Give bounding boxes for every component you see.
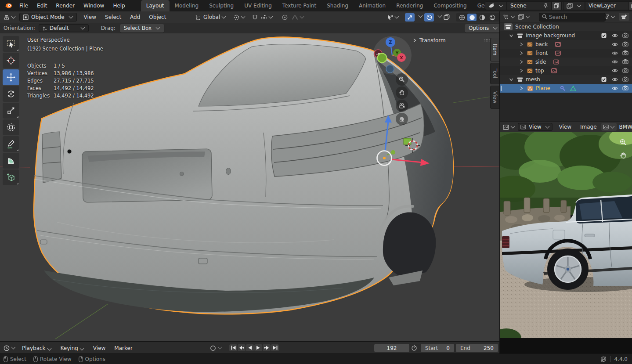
gizmos-dropdown[interactable] xyxy=(419,14,423,18)
object-visibility-dropdown[interactable] xyxy=(387,14,399,20)
drag-mode-dropdown[interactable]: Select Box xyxy=(120,24,164,32)
image-editor-mode-dropdown[interactable]: View xyxy=(518,123,553,131)
proportional-falloff-dropdown[interactable] xyxy=(292,15,304,20)
menu-help[interactable]: Help xyxy=(108,3,129,9)
jump-to-start-button[interactable] xyxy=(229,344,237,351)
outliner-display-mode-dropdown[interactable] xyxy=(518,14,530,20)
drag-orientation-dropdown[interactable]: Default xyxy=(39,24,89,32)
outliner-row-plane[interactable]: Plane xyxy=(500,84,632,93)
chevron-right-icon[interactable] xyxy=(520,51,523,55)
tool-box-select[interactable] xyxy=(3,36,19,52)
sidebar-tab-view[interactable]: View xyxy=(490,86,499,109)
sidebar-tab-item[interactable]: Item xyxy=(490,38,499,61)
chevron-down-icon[interactable] xyxy=(509,34,513,37)
tool-rotate[interactable] xyxy=(3,86,19,102)
current-frame-field[interactable]: 192 xyxy=(374,344,409,352)
sidebar-transform-panel[interactable]: Transform xyxy=(413,36,490,45)
tab-compositing[interactable]: Compositing xyxy=(428,0,472,11)
sidebar-tab-tool[interactable]: Tool xyxy=(490,63,499,84)
menu-window[interactable]: Window xyxy=(79,3,108,9)
blender-logo-icon[interactable] xyxy=(4,2,12,10)
camera-view-button[interactable] xyxy=(396,100,408,112)
view-layer-type-dropdown[interactable] xyxy=(563,1,585,10)
scene-type-dropdown[interactable] xyxy=(485,1,507,10)
tab-modeling[interactable]: Modeling xyxy=(170,0,204,11)
chevron-right-icon[interactable] xyxy=(520,68,523,73)
transform-orientation-dropdown[interactable]: Global xyxy=(195,14,226,20)
pivot-point-dropdown[interactable] xyxy=(234,14,246,20)
tool-transform[interactable] xyxy=(3,119,19,135)
frame-start-field[interactable]: Start 0 xyxy=(421,344,454,352)
mode-dropdown[interactable]: Object Mode xyxy=(19,13,77,22)
hide-eye-icon[interactable] xyxy=(612,60,618,64)
render-camera-icon[interactable] xyxy=(622,85,628,90)
render-camera-icon[interactable] xyxy=(622,59,628,64)
panel-drag-dots[interactable] xyxy=(484,39,490,42)
shading-solid-button[interactable] xyxy=(467,14,477,21)
image-menu-image[interactable]: Image xyxy=(576,124,601,130)
zoom-view-button[interactable] xyxy=(396,73,408,86)
previous-keyframe-button[interactable] xyxy=(238,344,246,351)
tab-shading[interactable]: Shading xyxy=(321,0,354,11)
network-offline-icon[interactable] xyxy=(600,356,607,362)
menu-edit[interactable]: Edit xyxy=(33,3,51,9)
outliner-row-side[interactable]: side xyxy=(500,58,632,66)
chevron-down-icon[interactable] xyxy=(509,78,513,81)
menu-file[interactable]: File xyxy=(15,3,33,9)
image-editor-canvas[interactable] xyxy=(500,132,632,353)
hide-eye-icon[interactable] xyxy=(612,77,618,82)
outliner-row-front[interactable]: front xyxy=(500,49,632,58)
view-layer-name-field[interactable]: ViewLayer xyxy=(585,1,629,10)
tab-texture-paint[interactable]: Texture Paint xyxy=(277,0,321,11)
image-selector-dropdown[interactable] xyxy=(601,123,617,131)
shading-material-button[interactable] xyxy=(477,14,487,21)
stopwatch-icon[interactable] xyxy=(411,345,417,351)
snap-toggle[interactable] xyxy=(252,14,258,20)
xray-toggle[interactable] xyxy=(444,14,450,20)
hide-eye-icon[interactable] xyxy=(612,86,618,90)
menu-view[interactable]: View xyxy=(79,14,101,20)
timeline-editor-type-dropdown[interactable] xyxy=(0,345,18,351)
chevron-right-icon[interactable] xyxy=(520,42,523,47)
perspective-toggle-button[interactable] xyxy=(396,113,408,125)
collection-checkbox[interactable] xyxy=(601,77,607,82)
pin-icon[interactable] xyxy=(543,3,548,8)
editor-divider-vertical[interactable] xyxy=(499,11,500,353)
outliner-row-back[interactable]: back xyxy=(500,40,632,49)
navigation-gizmo[interactable]: -x Y Z X xyxy=(373,36,412,75)
render-camera-icon[interactable] xyxy=(622,50,628,55)
tool-measure[interactable] xyxy=(3,153,19,169)
jump-to-end-button[interactable] xyxy=(271,344,279,351)
outliner-row-image-background[interactable]: image background xyxy=(500,31,632,40)
tab-layout[interactable]: Layout xyxy=(141,0,170,11)
chevron-right-icon[interactable] xyxy=(520,60,523,64)
shading-rendered-button[interactable] xyxy=(488,14,497,21)
render-camera-icon[interactable] xyxy=(622,41,628,47)
pan-view-button[interactable] xyxy=(396,86,408,99)
scene-name-field[interactable]: Scene xyxy=(507,1,552,10)
hide-eye-icon[interactable] xyxy=(612,33,618,38)
tab-uv-editing[interactable]: UV Editing xyxy=(239,0,277,11)
tab-sculpting[interactable]: Sculpting xyxy=(204,0,239,11)
outliner-row-top[interactable]: top xyxy=(500,66,632,75)
editor-type-dropdown[interactable] xyxy=(0,14,18,20)
tool-annotate[interactable] xyxy=(3,136,19,152)
hide-eye-icon[interactable] xyxy=(612,68,618,73)
hide-eye-icon[interactable] xyxy=(612,42,618,47)
chevron-right-icon[interactable] xyxy=(520,86,523,90)
tool-move[interactable] xyxy=(3,69,19,85)
image-name[interactable]: BMW-7 xyxy=(619,124,632,130)
play-button[interactable] xyxy=(254,344,262,351)
collection-checkbox[interactable] xyxy=(601,33,607,38)
render-camera-icon[interactable] xyxy=(622,32,628,38)
image-editor-type-dropdown[interactable] xyxy=(503,124,515,130)
overlays-dropdown[interactable] xyxy=(438,14,442,18)
timeline-menu-playback[interactable]: Playback xyxy=(18,345,56,351)
outliner-editor-type-dropdown[interactable] xyxy=(503,14,515,20)
outliner-row-mesh[interactable]: mesh xyxy=(500,75,632,84)
new-collection-button[interactable] xyxy=(619,13,629,21)
outliner-search-input[interactable] xyxy=(539,13,606,22)
view-layer-duplicate-button[interactable] xyxy=(629,1,632,10)
shading-wireframe-button[interactable] xyxy=(457,14,466,21)
render-camera-icon[interactable] xyxy=(622,76,628,82)
